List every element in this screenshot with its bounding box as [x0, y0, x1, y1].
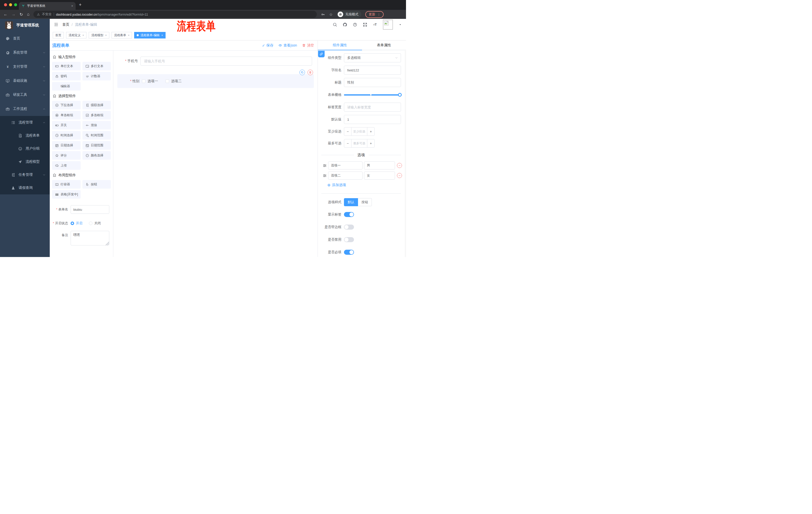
- sidebar-item-process-form[interactable]: 流程表单: [0, 129, 50, 142]
- gender-option-2[interactable]: 选项二: [166, 79, 182, 83]
- github-icon[interactable]: [343, 22, 347, 27]
- back-icon[interactable]: ←: [3, 12, 7, 17]
- palette-item[interactable]: 颜色选择: [82, 151, 111, 160]
- bookmark-star-icon[interactable]: ☆: [329, 12, 332, 17]
- toggle-switch[interactable]: [344, 212, 354, 217]
- option-value-input[interactable]: [364, 161, 395, 169]
- sidebar-item-task-mgmt[interactable]: 任务管理: [0, 168, 50, 181]
- avatar[interactable]: [383, 20, 393, 30]
- toggle-switch[interactable]: [344, 237, 354, 242]
- sidebar-item-system-mgmt[interactable]: 系统管理: [0, 46, 50, 60]
- close-window-button[interactable]: [4, 3, 7, 6]
- toggle-switch[interactable]: [344, 250, 354, 255]
- sidebar-item-user-group[interactable]: 用户分组: [0, 142, 50, 155]
- palette-item[interactable]: 时间选择: [52, 131, 81, 140]
- close-tab-icon[interactable]: ×: [128, 34, 129, 37]
- sidebar-item-dev-tools[interactable]: 研发工具: [0, 88, 50, 102]
- delete-component-button[interactable]: [308, 70, 313, 75]
- toggle-switch[interactable]: [344, 224, 354, 229]
- segment-default[interactable]: 默认: [344, 198, 358, 206]
- increase-button[interactable]: +: [367, 139, 374, 147]
- tab-form-props[interactable]: 表单属性: [362, 40, 406, 50]
- drag-handle-icon[interactable]: [323, 163, 327, 168]
- field-name-input[interactable]: [344, 65, 401, 75]
- fullscreen-icon[interactable]: [363, 22, 367, 27]
- page-tab[interactable]: 流程表单×: [112, 32, 132, 38]
- max-select-stepper[interactable]: − 最多可选 +: [344, 139, 375, 147]
- close-tab-icon[interactable]: ×: [71, 4, 73, 8]
- security-label[interactable]: 不安全: [42, 12, 52, 17]
- selected-component-gender[interactable]: 性别 选项一 选项二: [117, 74, 314, 88]
- close-tab-icon[interactable]: ×: [105, 34, 107, 37]
- status-off-radio[interactable]: 关闭: [89, 221, 101, 225]
- component-type-select[interactable]: 多选框组: [344, 53, 401, 62]
- sidebar-item-leave-query[interactable]: 请假查询: [0, 181, 50, 194]
- avatar-caret-icon[interactable]: [399, 23, 402, 26]
- option-value-input[interactable]: [364, 171, 395, 180]
- option-label-input[interactable]: [328, 171, 362, 180]
- close-tab-icon[interactable]: ×: [161, 34, 163, 37]
- palette-item[interactable]: 123计数器: [82, 72, 111, 80]
- forward-icon[interactable]: →: [11, 12, 16, 17]
- save-button[interactable]: ✓保存: [262, 43, 273, 48]
- label-width-input[interactable]: [344, 103, 401, 112]
- slider-handle[interactable]: [398, 93, 402, 97]
- sidebar-item-payment-mgmt[interactable]: ¥支付管理: [0, 60, 50, 74]
- palette-item[interactable]: 评分: [52, 151, 81, 160]
- minimize-window-button[interactable]: [9, 3, 12, 6]
- close-tab-icon[interactable]: ×: [82, 34, 84, 37]
- page-tab[interactable]: 流程模型×: [89, 32, 109, 38]
- search-icon[interactable]: [332, 22, 337, 27]
- sidebar-item-home[interactable]: 首页: [0, 31, 50, 46]
- palette-item[interactable]: 开关: [52, 121, 81, 130]
- browser-tab[interactable]: 芋道管理系统 ×: [19, 2, 76, 10]
- view-json-button[interactable]: 查看json: [279, 43, 297, 48]
- palette-item[interactable]: 按钮: [82, 180, 111, 189]
- window-controls[interactable]: [4, 3, 17, 6]
- tab-component-props[interactable]: 组件属性: [318, 40, 362, 50]
- font-size-icon[interactable]: TT: [373, 22, 377, 27]
- palette-item[interactable]: 多行文本: [82, 62, 111, 71]
- sidebar-item-workflow[interactable]: 工作流程: [0, 102, 50, 116]
- grid-slider[interactable]: [344, 90, 401, 99]
- help-icon[interactable]: [353, 22, 357, 27]
- sidebar-item-process-model[interactable]: 流程模型: [0, 155, 50, 168]
- page-tab[interactable]: 流程定义×: [66, 32, 86, 38]
- decrease-button[interactable]: −: [344, 139, 351, 147]
- home-icon[interactable]: ⌂: [27, 12, 29, 17]
- page-tab[interactable]: 首页: [53, 32, 64, 38]
- palette-item[interactable]: 单选框组: [52, 111, 81, 119]
- browser-menu-icon[interactable]: ⋮: [377, 12, 380, 16]
- reload-icon[interactable]: ↻: [20, 12, 23, 17]
- palette-item[interactable]: 级联选择: [82, 101, 111, 109]
- breadcrumb-home[interactable]: 首页: [62, 22, 69, 27]
- palette-item[interactable]: 密码: [52, 72, 81, 80]
- palette-item[interactable]: 行容器: [52, 180, 81, 189]
- key-icon[interactable]: [321, 12, 325, 17]
- sidebar-item-process-mgmt[interactable]: 流程管理: [0, 116, 50, 129]
- palette-item[interactable]: 日期范围: [82, 141, 111, 150]
- clear-button[interactable]: 清空: [302, 43, 314, 48]
- palette-item[interactable]: 下拉选择: [52, 101, 81, 109]
- palette-item[interactable]: 上传: [52, 161, 81, 170]
- page-tab[interactable]: 流程表单-编辑×: [134, 32, 165, 38]
- add-option-button[interactable]: ⊕ 添加选项: [327, 183, 401, 187]
- option-label-input[interactable]: [328, 161, 362, 169]
- address-bar[interactable]: ⚠ 不安全 dashboard.yudao.iocoder.cn/bpm/man…: [33, 11, 317, 18]
- phone-input[interactable]: [140, 57, 312, 65]
- gender-option-1[interactable]: 选项一: [142, 79, 158, 83]
- sidebar-item-infrastructure[interactable]: 基础设施: [0, 74, 50, 88]
- form-name-input[interactable]: [70, 205, 109, 214]
- segment-button[interactable]: 按钮: [358, 198, 372, 206]
- decrease-button[interactable]: −: [344, 128, 351, 136]
- sidebar-logo[interactable]: 芋道管理系统: [0, 19, 50, 31]
- link-tag[interactable]: [318, 51, 325, 57]
- palette-item[interactable]: 表格[开发中]: [52, 190, 81, 199]
- update-browser-button[interactable]: 更新 ⋮: [365, 11, 384, 18]
- remark-textarea[interactable]: 嘿嘿: [70, 231, 109, 245]
- remove-option-button[interactable]: −: [397, 163, 402, 168]
- palette-item[interactable]: 多选框组: [82, 111, 111, 119]
- palette-item[interactable]: 滑块: [82, 121, 111, 130]
- drag-handle-icon[interactable]: [323, 173, 327, 178]
- new-tab-button[interactable]: +: [79, 2, 82, 8]
